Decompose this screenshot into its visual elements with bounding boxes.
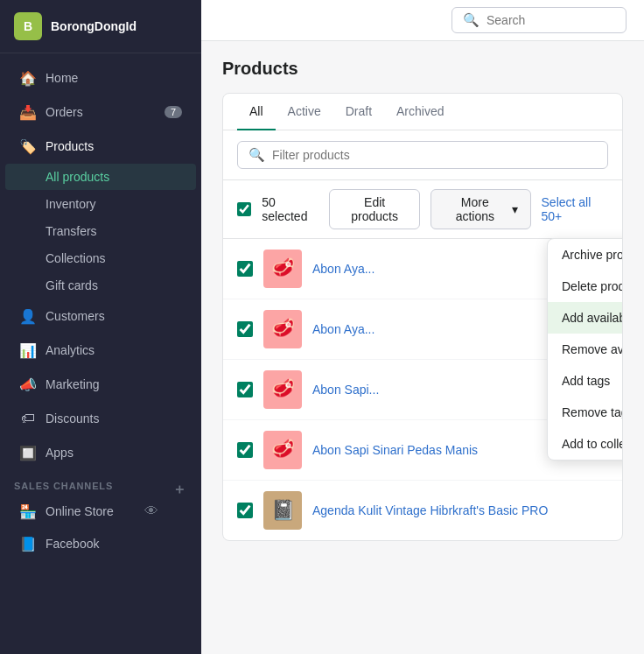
- apps-icon: 🔲: [19, 444, 37, 461]
- select-all-checkbox[interactable]: [237, 201, 251, 217]
- tab-all[interactable]: All: [237, 94, 276, 130]
- dropdown-item-add-tags[interactable]: Add tags: [548, 365, 623, 397]
- select-all-link[interactable]: Select all 50+: [542, 195, 608, 223]
- chevron-down-icon: ▾: [512, 202, 518, 216]
- facebook-label: Facebook: [46, 537, 99, 551]
- filter-input[interactable]: [272, 148, 597, 162]
- facebook-icon: 📘: [19, 535, 37, 552]
- transfers-label: Transfers: [46, 224, 97, 238]
- search-input[interactable]: [486, 13, 615, 27]
- filter-input-wrapper[interactable]: 🔍: [237, 141, 608, 169]
- sidebar-item-products-label: Products: [46, 139, 94, 153]
- sidebar-header: B BorongDongId: [0, 0, 201, 53]
- product-name-5[interactable]: Agenda Kulit Vintage Hibrkraft's Basic P…: [312, 503, 608, 517]
- product-thumb-3: 🥩: [263, 370, 302, 409]
- filter-bar: 🔍: [223, 130, 622, 180]
- topbar: 🔍: [201, 0, 644, 41]
- edit-products-button[interactable]: Edit products: [329, 189, 420, 229]
- row-checkbox-3[interactable]: [237, 382, 253, 397]
- sidebar-item-online-store[interactable]: 🏪 Online Store 👁: [5, 496, 172, 527]
- dropdown-item-add-channel[interactable]: Add available channel(s)...: [548, 302, 623, 334]
- sidebar-item-analytics-label: Analytics: [46, 343, 94, 357]
- search-icon: 🔍: [463, 12, 480, 28]
- row-checkbox-2[interactable]: [237, 321, 253, 337]
- sidebar-nav: 🏠 Home 📥 Orders 7 🏷️ Products All produc…: [0, 53, 201, 654]
- row-checkbox-5[interactable]: [237, 503, 253, 518]
- more-actions-dropdown: Archive products Delete products Add ava…: [547, 238, 623, 461]
- inventory-label: Inventory: [46, 197, 96, 211]
- collections-label: Collections: [46, 251, 105, 265]
- content-area: Products All Active Draft Archived: [201, 41, 644, 654]
- customers-icon: 👤: [19, 307, 37, 325]
- store-name: BorongDongId: [51, 19, 136, 33]
- tabs: All Active Draft Archived: [223, 94, 622, 130]
- product-thumb-4: 🥩: [263, 431, 302, 469]
- sidebar-sub-transfers[interactable]: Transfers: [5, 218, 196, 244]
- sidebar-sub-collections[interactable]: Collections: [5, 245, 196, 271]
- add-sales-channel-icon[interactable]: ＋: [172, 481, 187, 499]
- row-checkbox-4[interactable]: [237, 442, 253, 458]
- products-card: All Active Draft Archived 🔍: [222, 93, 623, 541]
- dropdown-item-archive[interactable]: Archive products: [548, 239, 623, 271]
- sidebar-item-customers-label: Customers: [46, 309, 105, 323]
- tab-draft[interactable]: Draft: [333, 94, 384, 130]
- tab-active[interactable]: Active: [276, 94, 333, 130]
- filter-search-icon: 🔍: [248, 147, 265, 163]
- main-content: 🔍 Products All Active Draft Archived: [201, 0, 644, 654]
- sidebar-item-analytics[interactable]: 📊 Analytics: [5, 334, 196, 367]
- products-icon: 🏷️: [19, 137, 37, 155]
- sidebar: B BorongDongId 🏠 Home 📥 Orders 7 🏷️ Prod…: [0, 0, 201, 654]
- dropdown-item-add-collection[interactable]: Add to collection(s): [548, 428, 623, 460]
- sidebar-sub-gift-cards[interactable]: Gift cards: [5, 272, 196, 299]
- gift-cards-label: Gift cards: [46, 278, 98, 292]
- bulk-action-bar: 50 selected Edit products More actions ▾…: [223, 180, 622, 239]
- eye-icon[interactable]: 👁: [144, 503, 158, 519]
- more-actions-button[interactable]: More actions ▾: [430, 189, 530, 229]
- product-thumb-5: 📓: [263, 491, 302, 530]
- row-checkbox-1[interactable]: [237, 261, 253, 277]
- all-products-label: All products: [46, 170, 109, 184]
- sidebar-item-orders[interactable]: 📥 Orders 7: [5, 95, 196, 129]
- sidebar-item-apps-label: Apps: [46, 446, 74, 460]
- table-row: 📓 Agenda Kulit Vintage Hibrkraft's Basic…: [223, 481, 622, 540]
- dropdown-item-remove-tags[interactable]: Remove tags: [548, 397, 623, 428]
- online-store-icon: 🏪: [19, 503, 37, 520]
- orders-badge: 7: [164, 106, 182, 118]
- sidebar-item-discounts[interactable]: 🏷 Discounts: [5, 402, 196, 435]
- home-icon: 🏠: [19, 69, 37, 87]
- sidebar-item-home-label: Home: [46, 71, 78, 85]
- analytics-icon: 📊: [19, 341, 37, 359]
- sidebar-item-facebook[interactable]: 📘 Facebook: [5, 528, 196, 559]
- dropdown-item-delete[interactable]: Delete products: [548, 271, 623, 302]
- product-thumb-1: 🥩: [263, 250, 302, 288]
- search-bar[interactable]: 🔍: [452, 7, 626, 33]
- online-store-label: Online Store: [46, 504, 114, 518]
- sidebar-sub-inventory[interactable]: Inventory: [5, 191, 196, 217]
- sidebar-item-marketing-label: Marketing: [46, 377, 99, 391]
- sidebar-item-home[interactable]: 🏠 Home: [5, 61, 196, 95]
- product-thumb-2: 🥩: [263, 310, 302, 348]
- selected-count: 50 selected: [262, 195, 318, 223]
- sidebar-item-products[interactable]: 🏷️ Products: [5, 130, 196, 163]
- tab-archived[interactable]: Archived: [384, 94, 456, 130]
- store-logo: B: [14, 12, 42, 40]
- dropdown-item-remove-channel[interactable]: Remove available channel(s): [548, 334, 623, 365]
- sidebar-item-marketing[interactable]: 📣 Marketing: [5, 368, 196, 401]
- page-title: Products: [222, 59, 623, 79]
- sidebar-item-discounts-label: Discounts: [46, 411, 99, 425]
- sidebar-item-customers[interactable]: 👤 Customers: [5, 299, 196, 333]
- marketing-icon: 📣: [19, 376, 37, 393]
- sales-channels-label: SALES CHANNELS ＋: [0, 470, 201, 495]
- sidebar-item-orders-label: Orders: [46, 105, 83, 119]
- orders-icon: 📥: [19, 103, 37, 121]
- sidebar-sub-all-products[interactable]: All products: [5, 164, 196, 190]
- sidebar-item-apps[interactable]: 🔲 Apps: [5, 436, 196, 469]
- discounts-icon: 🏷: [19, 410, 37, 427]
